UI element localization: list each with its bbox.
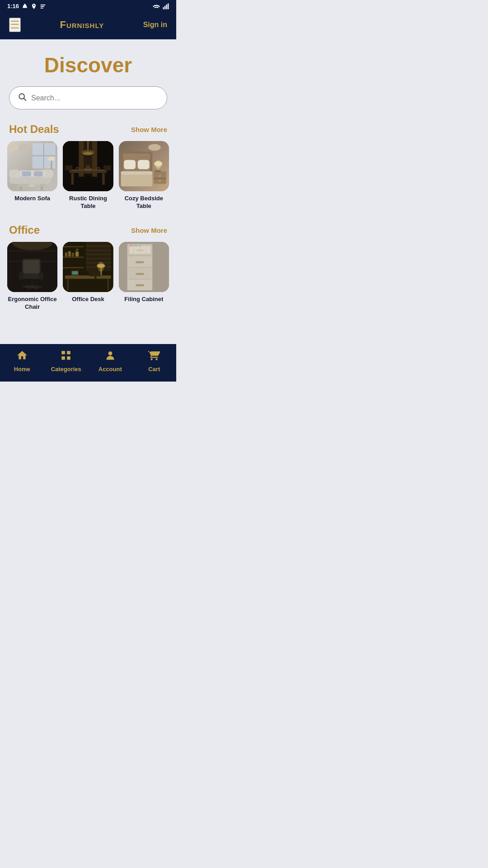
search-input[interactable] [31,94,159,102]
product-label-office-desk: Office Desk [72,296,104,303]
product-label-modern-sofa: Modern Sofa [14,195,50,203]
hot-deals-row: Modern Sofa [0,141,176,219]
nav-label-categories: Categories [51,366,81,373]
product-image-ergonomic-office-chair [7,242,57,292]
product-label-rustic-dining-table: Rustic Dining Table [63,195,113,210]
notification-icon [22,3,28,9]
nav-item-cart[interactable]: Cart [138,349,170,373]
svg-rect-36 [71,173,74,185]
svg-rect-23 [20,186,22,190]
product-image-office-desk [63,242,113,292]
svg-rect-119 [136,284,144,287]
office-title: Office [9,224,40,236]
svg-rect-52 [121,171,152,175]
nav-label-account: Account [99,366,122,373]
wifi-icon [153,4,160,9]
svg-rect-24 [41,186,43,190]
nav-label-cart: Cart [148,366,160,373]
svg-rect-97 [108,279,109,291]
svg-rect-39 [103,165,111,170]
sign-in-button[interactable]: Sign in [143,21,167,29]
search-container [0,86,176,118]
svg-rect-113 [128,255,151,256]
svg-rect-129 [62,356,66,360]
nav-item-account[interactable]: Account [94,349,126,373]
svg-rect-50 [124,160,136,169]
svg-point-43 [76,167,79,170]
nav-item-categories[interactable]: Categories [50,349,82,373]
menu-button[interactable]: ☰ [9,18,21,32]
nav-label-home: Home [14,366,30,373]
office-show-more[interactable]: Show More [131,226,167,234]
product-label-filing-cabinet: Filing Cabinet [124,296,163,303]
cart-icon [148,349,160,364]
hot-deals-show-more[interactable]: Show More [131,126,167,133]
svg-rect-37 [103,173,105,185]
svg-rect-6 [168,3,169,9]
svg-rect-0 [41,4,46,5]
product-image-rustic-dining-table [63,141,113,191]
product-image-filing-cabinet [119,242,169,292]
svg-rect-5 [166,4,167,9]
svg-rect-68 [19,272,23,280]
svg-rect-20 [22,171,31,176]
svg-rect-49 [121,174,152,186]
svg-point-77 [38,288,42,291]
svg-point-76 [31,288,34,292]
product-card-modern-sofa[interactable]: Modern Sofa [7,141,57,210]
hot-deals-title: Hot Deals [9,123,59,136]
svg-point-104 [98,262,104,272]
time-display: 1:16 [7,3,19,9]
svg-rect-66 [23,260,39,274]
product-card-rustic-dining-table[interactable]: Rustic Dining Table [63,141,113,210]
svg-rect-114 [128,267,151,268]
location-icon [31,3,37,9]
svg-rect-51 [137,160,149,169]
svg-rect-42 [86,165,90,169]
svg-rect-17 [9,170,20,178]
svg-rect-92 [75,251,79,256]
product-image-modern-sofa [7,141,57,191]
svg-rect-130 [67,356,70,360]
svg-rect-12 [9,144,18,151]
bottom-navigation: Home Categories Account Cart [0,344,176,382]
product-label-ergonomic-office-chair: Ergonomic Office Chair [7,296,57,311]
hot-deals-header: Hot Deals Show More [0,118,176,141]
svg-rect-4 [164,5,165,9]
text-icon [40,3,46,9]
brand-logo: Furnishly [60,19,104,31]
svg-rect-117 [136,261,144,264]
search-bar[interactable] [9,86,167,109]
svg-rect-1 [41,6,44,7]
product-card-office-desk[interactable]: Office Desk [63,242,113,311]
product-card-cozy-bedside-table[interactable]: Cozy Bedside Table [119,141,169,210]
svg-rect-89 [65,252,68,256]
svg-rect-69 [39,272,43,280]
svg-point-25 [28,184,35,187]
svg-rect-98 [89,270,102,276]
svg-point-15 [48,156,55,160]
svg-point-56 [159,180,161,182]
office-row: Ergonomic Office Chair [0,242,176,320]
page-title: Discover [9,53,167,77]
home-icon [16,349,28,364]
svg-rect-38 [65,165,73,170]
svg-point-75 [23,288,26,291]
svg-rect-127 [62,351,66,354]
office-header: Office Show More [0,219,176,242]
top-navigation: ☰ Furnishly Sign in [0,12,176,39]
nav-item-home[interactable]: Home [6,349,38,373]
product-card-filing-cabinet[interactable]: Filing Cabinet [119,242,169,311]
svg-point-131 [108,351,112,355]
svg-rect-67 [21,274,42,279]
svg-rect-95 [65,275,111,278]
product-card-ergonomic-office-chair[interactable]: Ergonomic Office Chair [7,242,57,311]
search-icon [18,92,27,104]
svg-rect-13 [19,144,28,151]
svg-rect-63 [7,250,57,252]
svg-point-46 [148,144,161,151]
main-content: Discover Hot Deals Show More [0,39,176,344]
svg-rect-90 [68,251,71,257]
svg-rect-2 [41,7,43,8]
svg-rect-115 [128,279,151,280]
